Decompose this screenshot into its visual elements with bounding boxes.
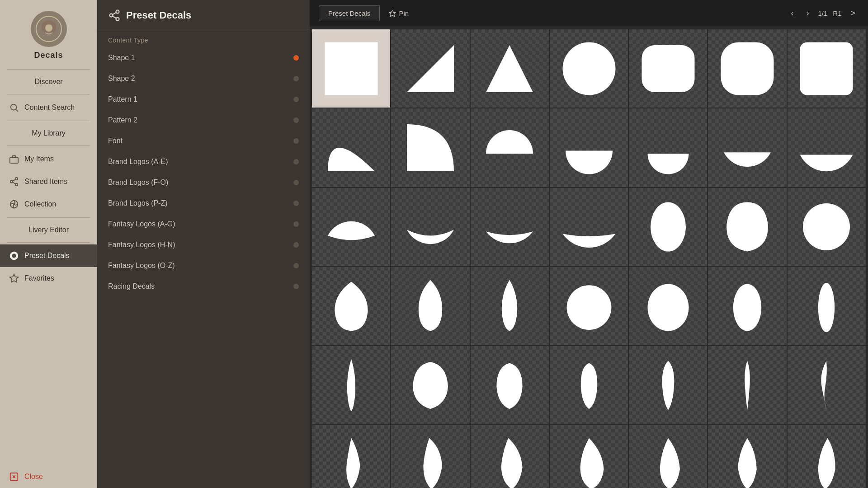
- sidebar-label-my-items: My Items: [24, 155, 54, 163]
- shape-cell-teardrop-narrow[interactable]: [470, 267, 549, 346]
- page-info: 1/1: [818, 9, 827, 17]
- sidebar-item-livery-editor[interactable]: Livery Editor: [0, 220, 97, 240]
- sidebar: Decals Discover Content Search My Librar…: [0, 0, 97, 488]
- content-type-pattern2[interactable]: Pattern 2: [97, 110, 310, 131]
- close-label: Close: [24, 473, 43, 481]
- sidebar-item-discover[interactable]: Discover: [0, 71, 97, 92]
- sidebar-label-preset-decals: Preset Decals: [24, 252, 70, 260]
- svg-point-19: [116, 18, 119, 21]
- shape-cell-circle[interactable]: [549, 29, 628, 108]
- shape-cell-circle3[interactable]: [549, 267, 628, 346]
- svg-point-29: [651, 202, 686, 252]
- content-type-fantasy-oz[interactable]: Fantasy Logos (O-Z): [97, 255, 310, 276]
- content-type-racing[interactable]: Racing Decals: [97, 276, 310, 297]
- search-icon: [9, 103, 19, 113]
- content-type-brand-ae[interactable]: Brand Logos (A-E): [97, 151, 310, 172]
- shape-cell-crescent-thin[interactable]: [787, 346, 866, 425]
- shape-cell-flame4[interactable]: [549, 425, 628, 488]
- content-type-fantasy-ag[interactable]: Fantasy Logos (A-G): [97, 214, 310, 235]
- shape-cell-rounded-rect[interactable]: [708, 29, 787, 108]
- shape-cell-curved-right-tri[interactable]: [391, 108, 470, 187]
- shape-cell-egg-top[interactable]: [708, 188, 787, 267]
- divider-6: [7, 242, 90, 243]
- shape-cell-egg-narrow[interactable]: [549, 346, 628, 425]
- briefcase-icon: [9, 154, 19, 164]
- pin-tab[interactable]: Pin: [380, 6, 418, 21]
- shape-cell-leaf-slim[interactable]: [708, 346, 787, 425]
- content-type-shape1[interactable]: Shape 1: [97, 47, 310, 68]
- sidebar-item-preset-decals[interactable]: Preset Decals: [0, 244, 97, 267]
- shape-cell-crescent-up[interactable]: [311, 188, 391, 267]
- shape-cell-flame1[interactable]: [311, 425, 391, 488]
- svg-point-18: [110, 14, 113, 17]
- shape-cell-thin-crescent2[interactable]: [549, 188, 628, 267]
- nav-prev-button[interactable]: ‹: [787, 7, 797, 20]
- sidebar-label-my-library: My Library: [32, 129, 66, 137]
- content-type-pattern1[interactable]: Pattern 1: [97, 89, 310, 110]
- shape-cell-wide-arc[interactable]: [708, 108, 787, 187]
- shape-cell-oval-narrow[interactable]: [708, 267, 787, 346]
- shape-cell-half-circle-top[interactable]: [470, 108, 549, 187]
- shape-cell-flame3[interactable]: [470, 425, 549, 488]
- shape-cell-oval-v[interactable]: [628, 188, 708, 267]
- shape-cell-half-circle-bottom[interactable]: [549, 108, 628, 187]
- divider-5: [7, 217, 90, 218]
- content-type-brand-pz[interactable]: Brand Logos (P-Z): [97, 193, 310, 214]
- close-button[interactable]: Close: [0, 465, 97, 488]
- shape-cell-egg-medium[interactable]: [470, 346, 549, 425]
- shape-cell-thin-crescent[interactable]: [470, 188, 549, 267]
- shape-cell-triangle[interactable]: [470, 29, 549, 108]
- shape-cell-flame6[interactable]: [708, 425, 787, 488]
- shape-cell-circle2[interactable]: [787, 188, 866, 267]
- shape-cell-leaf-narrow[interactable]: [628, 346, 708, 425]
- content-panel-title: Preset Decals: [126, 9, 191, 21]
- sidebar-label-favorites: Favorites: [24, 274, 54, 282]
- sidebar-item-my-items[interactable]: My Items: [0, 148, 97, 170]
- sidebar-label-collection: Collection: [24, 200, 56, 208]
- sidebar-item-shared-items[interactable]: Shared Items: [0, 170, 97, 193]
- sidebar-item-my-library[interactable]: My Library: [0, 123, 97, 144]
- shape-cell-quarter-circle-left[interactable]: [311, 108, 391, 187]
- shape-cell-flame5[interactable]: [628, 425, 708, 488]
- content-type-dot-racing: [293, 284, 299, 289]
- content-type-brand-fo[interactable]: Brand Logos (F-O): [97, 172, 310, 193]
- content-type-racing-label: Racing Decals: [108, 282, 155, 291]
- shape-grid: [311, 29, 866, 488]
- shape-cell-half-circle-flat-bottom[interactable]: [628, 108, 708, 187]
- shape-cell-slim-drop[interactable]: [311, 346, 391, 425]
- svg-line-20: [113, 16, 116, 19]
- shape-cell-oval-wide[interactable]: [628, 267, 708, 346]
- preset-decals-tab[interactable]: Preset Decals: [319, 5, 380, 21]
- sidebar-item-content-search[interactable]: Content Search: [0, 96, 97, 119]
- shape-cell-rounded-rect-big[interactable]: [628, 29, 708, 108]
- share-icon-header: [108, 9, 121, 22]
- shape-cell-crescent-down[interactable]: [391, 188, 470, 267]
- shape-cell-rounded-square[interactable]: [787, 29, 866, 108]
- content-type-brand-pz-label: Brand Logos (P-Z): [108, 199, 168, 207]
- shape-cell-thin-arc[interactable]: [787, 108, 866, 187]
- content-type-shape2[interactable]: Shape 2: [97, 68, 310, 89]
- content-type-dot-fantasy-ag: [293, 221, 299, 227]
- sidebar-item-favorites[interactable]: Favorites: [0, 267, 97, 290]
- svg-rect-4: [10, 157, 18, 163]
- content-type-font[interactable]: Font: [97, 131, 310, 151]
- nav-next-button[interactable]: ›: [802, 7, 812, 20]
- shape-cell-flame7[interactable]: [787, 425, 866, 488]
- svg-line-9: [13, 179, 15, 181]
- shape-cell-egg-wide[interactable]: [391, 346, 470, 425]
- svg-point-30: [803, 203, 850, 250]
- main-header-tabs: Preset Decals Pin: [319, 5, 418, 21]
- nav-r1-button[interactable]: >: [847, 7, 859, 20]
- r1-label: R1: [833, 9, 841, 17]
- shape-cell-flame2[interactable]: [391, 425, 470, 488]
- shape-cell-teardrop-medium[interactable]: [391, 267, 470, 346]
- shape-cell-slim-oval[interactable]: [787, 267, 866, 346]
- shape-cell-right-triangle[interactable]: [391, 29, 470, 108]
- sidebar-item-collection[interactable]: Collection: [0, 193, 97, 216]
- main-area: Preset Decals Pin ‹ › 1/1 R1 >: [310, 0, 868, 488]
- svg-rect-26: [642, 45, 694, 92]
- content-type-dot-brand-fo: [293, 180, 299, 185]
- shape-cell-square-white[interactable]: [311, 29, 391, 108]
- shape-cell-teardrop-fat[interactable]: [311, 267, 391, 346]
- content-type-fantasy-hn[interactable]: Fantasy Logos (H-N): [97, 235, 310, 255]
